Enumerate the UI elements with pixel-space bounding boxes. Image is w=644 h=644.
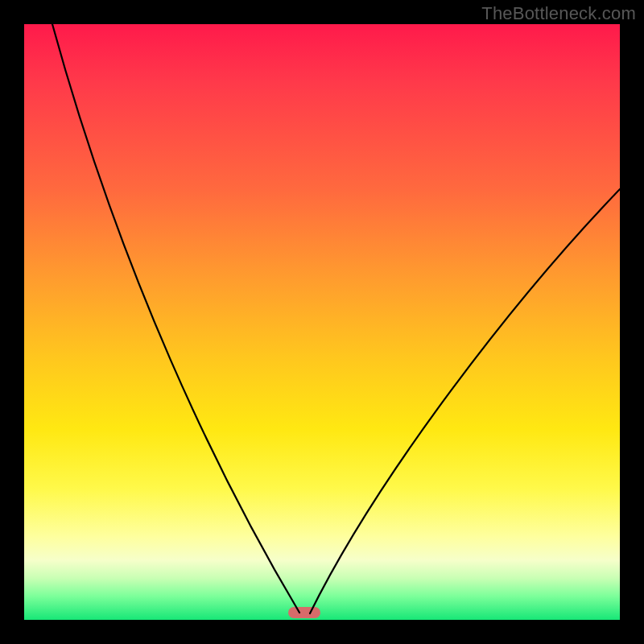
chart-frame: TheBottleneck.com (0, 0, 644, 644)
curve-right-arm (310, 189, 620, 613)
curve-layer (24, 24, 620, 620)
curve-left-arm (52, 24, 299, 613)
watermark-text: TheBottleneck.com (481, 3, 636, 24)
plot-area (24, 24, 620, 620)
